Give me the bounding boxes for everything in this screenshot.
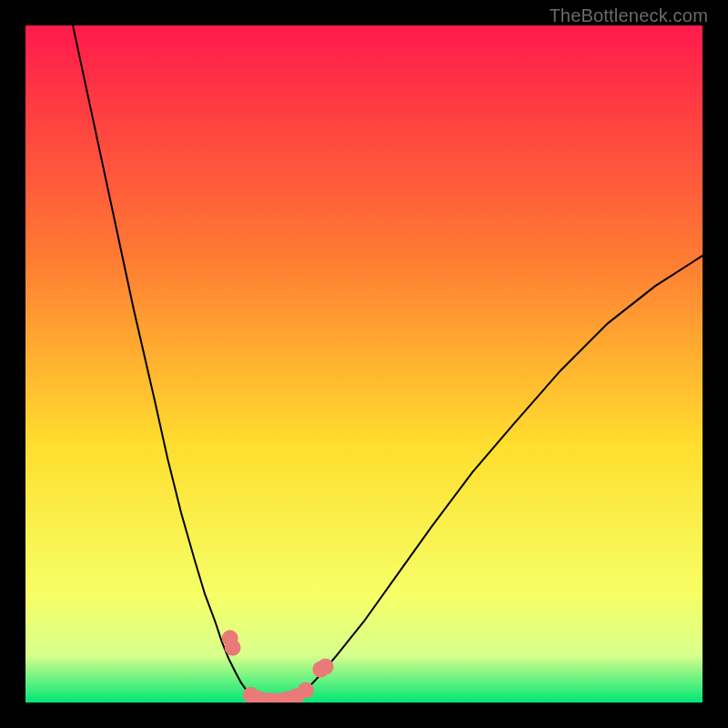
highlight-point [298,682,314,699]
chart-frame: TheBottleneck.com [0,0,728,728]
highlight-point [318,659,334,675]
gradient-background [25,25,703,703]
highlight-point [225,640,241,656]
watermark-text: TheBottleneck.com [549,5,708,26]
plot-area [25,25,703,703]
bottleneck-curve-chart [25,25,703,703]
